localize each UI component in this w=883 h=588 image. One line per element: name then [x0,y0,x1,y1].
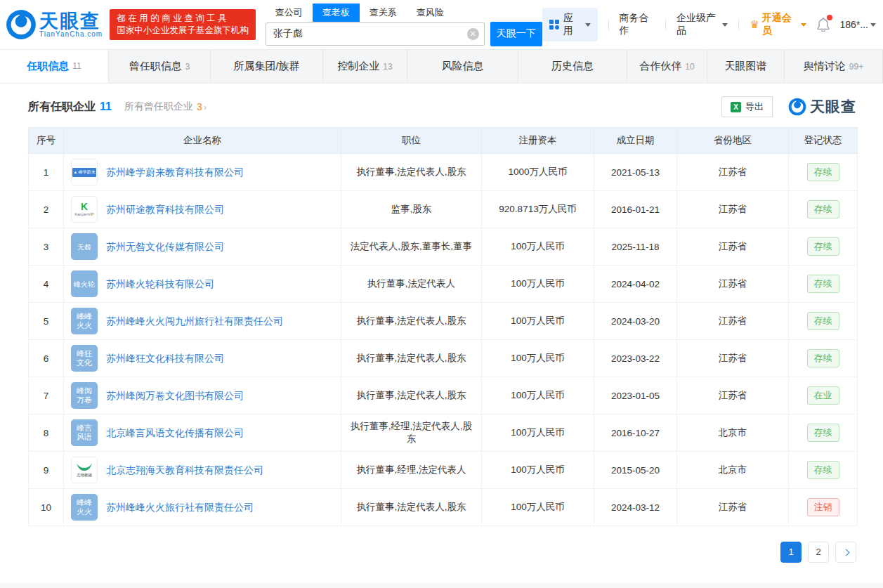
position-cell: 执行董事,法定代表人,股东 [341,489,482,526]
notification-bell[interactable] [817,18,830,32]
export-button[interactable]: X 导出 [721,96,773,117]
page-tab[interactable]: 舆情讨论99+ [785,50,883,83]
company-link[interactable]: 苏州无咎文化传媒有限公司 [106,240,224,254]
company-link[interactable]: 苏州峰火轮科技有限公司 [106,277,214,291]
positions-table: 序号企业名称职位注册资本成立日期省份地区登记状态 1▲ 峰学蔚来苏州峰学蔚来教育… [28,127,858,526]
company-cell: 峰峰火火苏州峰峰火火旅行社有限责任公司 [64,489,341,526]
registered-capital-cell: 100万人民币 [482,266,594,303]
status-badge: 存续 [807,237,839,256]
nav-enterprise-products[interactable]: 企业级产品 [676,12,728,37]
page-tab[interactable]: 曾任职信息3 [109,50,211,83]
former-positions-link[interactable]: 所有曾任职企业 3 › [124,100,207,113]
status-badge: 存续 [807,275,839,293]
province-cell: 江苏省 [677,303,789,340]
row-number: 7 [29,377,64,414]
registered-capital-cell: 100万人民币 [482,452,594,489]
tab-count: 13 [383,62,392,72]
page-tab[interactable]: 风险信息 [407,50,518,83]
company-cell: 峰峰火火苏州峰峰火火闯九州旅行社有限责任公司 [64,303,341,340]
established-date-cell: 2021-05-13 [594,154,677,191]
next-page-button[interactable] [835,542,856,563]
search-tab[interactable]: 查老板 [313,4,360,22]
search-tab[interactable]: 查关系 [360,4,407,22]
table-row: 10峰峰火火苏州峰峰火火旅行社有限责任公司执行董事,法定代表人,股东100万人民… [29,489,858,526]
search-tab[interactable]: 查公司 [266,4,313,22]
company-cell: ▲ 峰学蔚来苏州峰学蔚来教育科技有限公司 [64,154,341,191]
column-header: 注册资本 [482,128,594,154]
chevron-down-icon [801,23,806,27]
table-row: 8峰言风语北京峰言风语文化传播有限公司执行董事,经理,法定代表人,股东100万人… [29,414,858,452]
registered-capital-cell: 100万人民币 [482,303,594,340]
page-number-button[interactable]: 2 [808,542,829,563]
page-tab[interactable]: 控制企业13 [323,50,407,83]
company-logo: ▲ 峰学蔚来 [71,159,98,185]
search-input[interactable] [266,22,485,46]
company-link[interactable]: 苏州峰狂文化科技有限公司 [106,352,224,365]
company-logo: 峰火轮 [71,270,98,297]
column-header: 企业名称 [64,128,341,154]
position-cell: 执行董事,法定代表人,股东 [341,377,482,414]
row-number: 9 [29,452,64,489]
search-tab[interactable]: 查风险 [407,4,454,22]
user-phone: 186*... [840,19,868,30]
tab-count: 99+ [849,62,863,72]
brand-subtitle: TianYanCha.com [39,30,103,38]
table-row: 6峰狂文化苏州峰狂文化科技有限公司执行董事,法定代表人,股东100万人民币202… [29,340,858,377]
status-cell: 存续 [789,191,858,228]
established-date-cell: 2025-11-18 [594,228,677,266]
clear-search-icon[interactable]: ✕ [467,28,479,40]
row-number: 6 [29,340,64,377]
page-tab[interactable]: 所属集团/族群 [211,50,323,83]
company-link[interactable]: 北京峰言风语文化传播有限公司 [106,426,244,440]
search-button[interactable]: 天眼一下 [490,22,542,46]
company-logo: 峰狂文化 [71,345,98,372]
page-tab[interactable]: 任职信息11 [0,50,109,83]
registered-capital-cell: 1000万人民币 [482,154,594,191]
tab-count: 11 [72,61,81,71]
header-right-nav: 应用 商务合作 企业级产品 ♛ 开通会员 186*... [542,8,876,41]
divider [738,19,739,30]
table-row: 4峰火轮苏州峰火轮科技有限公司执行董事,法定代表人100万人民币2024-04-… [29,266,858,303]
company-link[interactable]: 苏州峰学蔚来教育科技有限公司 [106,166,244,179]
registered-capital-cell: 920.8713万人民币 [482,191,594,228]
tianyancha-logo[interactable]: 天眼查 TianYanCha.com [6,9,103,40]
column-header: 职位 [341,128,482,154]
section-header: 所有任职企业 11 所有曾任职企业 3 › X 导出 天眼查 [28,96,856,117]
company-link[interactable]: 苏州峰峰火火闯九州旅行社有限责任公司 [106,315,283,328]
status-cell: 存续 [789,303,858,340]
open-vip-button[interactable]: ♛ 开通会员 [750,12,806,37]
company-link[interactable]: 苏州峰峰火火旅行社有限责任公司 [106,501,254,514]
province-cell: 江苏省 [677,266,789,303]
apps-label: 应用 [563,12,579,37]
status-cell: 存续 [789,452,858,489]
company-logo: 志翔教辅 [71,457,98,483]
search-tabs: 查公司查老板查关系查风险 [266,4,542,22]
status-cell: 存续 [789,154,858,191]
company-link[interactable]: 苏州研途教育科技有限公司 [106,203,224,216]
apps-menu[interactable]: 应用 [542,8,598,41]
chevron-right-icon: › [204,102,207,112]
company-logo: 峰言风语 [71,419,98,446]
province-cell: 江苏省 [677,489,789,526]
row-number: 5 [29,303,64,340]
brand-title: 天眼查 [39,12,103,30]
table-header-row: 序号企业名称职位注册资本成立日期省份地区登记状态 [29,128,858,154]
province-cell: 江苏省 [677,228,789,266]
position-cell: 执行董事,法定代表人,股东 [341,303,482,340]
user-account-menu[interactable]: 186*... [840,19,876,30]
company-link[interactable]: 苏州峰阅万卷文化图书有限公司 [106,389,244,403]
page-number-button[interactable]: 1 [780,542,802,563]
page-tab[interactable]: 历史信息 [518,50,627,83]
divider [608,19,609,30]
company-link[interactable]: 北京志翔海天教育科技有限责任公司 [106,464,263,477]
company-logo: KKaoyanVIP [71,196,98,223]
page-tab[interactable]: 天眼图谱 [707,50,785,83]
nav-business-coop[interactable]: 商务合作 [619,12,655,37]
chevron-down-icon [722,23,728,27]
search-area: 查公司查老板查关系查风险 ✕ 天眼一下 [266,4,542,46]
position-cell: 执行董事,法定代表人,股东 [341,154,482,191]
page-tab[interactable]: 合作伙伴10 [627,50,707,83]
row-number: 8 [29,414,64,452]
company-cell: 无咎苏州无咎文化传媒有限公司 [64,228,341,266]
table-row: 2KKaoyanVIP苏州研途教育科技有限公司监事,股东920.8713万人民币… [29,191,858,228]
